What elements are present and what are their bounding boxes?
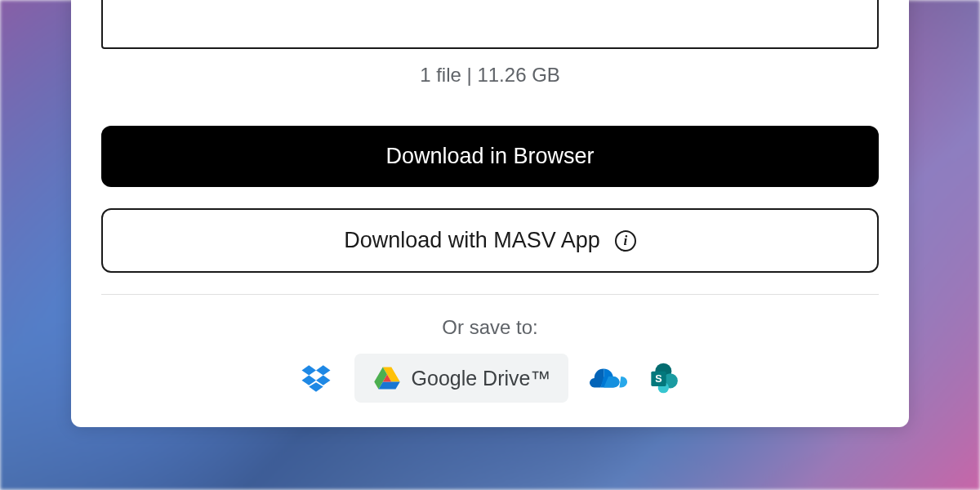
google-drive-label: Google Drive™ bbox=[412, 367, 551, 390]
google-drive-icon bbox=[372, 363, 402, 393]
file-summary: 1 file | 11.26 GB bbox=[101, 64, 879, 87]
download-app-label: Download with MASV App bbox=[344, 228, 600, 253]
sharepoint-button[interactable]: S bbox=[648, 362, 681, 394]
onedrive-button[interactable] bbox=[590, 365, 627, 391]
svg-text:S: S bbox=[656, 373, 662, 385]
divider bbox=[101, 294, 879, 295]
download-card: 1 file | 11.26 GB Download in Browser Do… bbox=[71, 0, 909, 427]
info-icon[interactable]: i bbox=[615, 230, 636, 252]
dropbox-icon bbox=[299, 361, 333, 395]
download-app-button[interactable]: Download with MASV App i bbox=[101, 208, 879, 273]
google-drive-button[interactable]: Google Drive™ bbox=[354, 354, 569, 403]
download-browser-label: Download in Browser bbox=[385, 144, 594, 169]
sharepoint-icon: S bbox=[648, 362, 681, 394]
download-browser-button[interactable]: Download in Browser bbox=[101, 126, 879, 187]
save-options-row: Google Drive™ S bbox=[101, 354, 879, 403]
save-to-label: Or save to: bbox=[101, 316, 879, 339]
file-preview-box bbox=[101, 0, 879, 49]
onedrive-icon bbox=[590, 365, 627, 391]
dropbox-button[interactable] bbox=[299, 361, 333, 395]
